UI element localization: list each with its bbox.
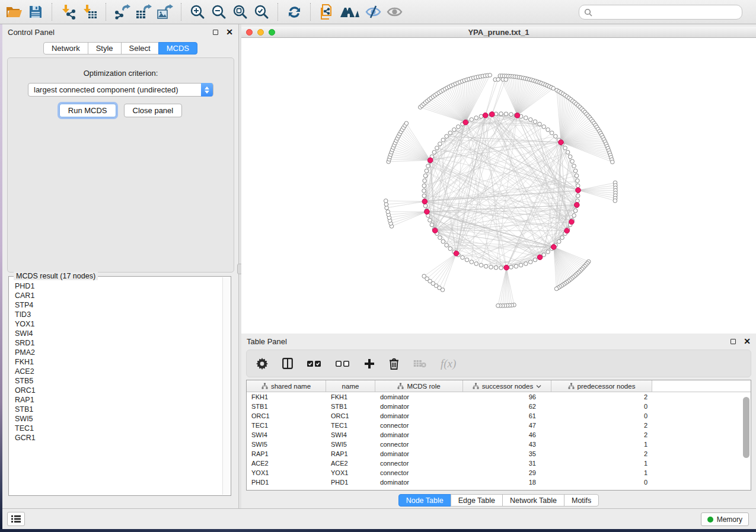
toolbar-separator [277, 3, 278, 21]
deselect-all-icon[interactable] [336, 360, 350, 367]
tab-select[interactable]: Select [121, 42, 159, 55]
mcds-result-item[interactable]: TID3 [10, 310, 222, 319]
column-label: successor nodes [482, 383, 533, 390]
export-image-icon[interactable] [155, 3, 175, 21]
import-network-icon[interactable] [58, 3, 78, 21]
float-table-panel-icon[interactable] [731, 339, 736, 344]
float-panel-icon[interactable] [213, 30, 218, 35]
zoom-out-icon[interactable] [209, 3, 229, 21]
export-table-icon[interactable] [133, 3, 154, 21]
mcds-result-title: MCDS result (17 nodes) [14, 272, 98, 280]
column-header-name[interactable]: name [326, 380, 375, 392]
tab-mcds[interactable]: MCDS [158, 42, 197, 55]
column-header-shared-name[interactable]: shared name [247, 380, 326, 392]
table-cell: FKH1 [326, 393, 375, 400]
refresh-icon[interactable] [284, 3, 304, 21]
tab-style[interactable]: Style [88, 42, 122, 55]
table-cell: dominator [375, 412, 463, 419]
mcds-result-item[interactable]: CAR1 [10, 291, 222, 300]
table-cell: FKH1 [247, 393, 326, 400]
table-cell: PHD1 [326, 479, 375, 486]
gear-icon[interactable] [256, 358, 268, 370]
table-row[interactable]: SWI5SWI5connector431 [247, 440, 751, 449]
table-cell: dominator [375, 450, 463, 457]
table-panel-title: Table Panel [247, 337, 287, 346]
mcds-result-item[interactable]: SRD1 [10, 338, 222, 348]
mcds-panel: Optimization criterion: largest connecte… [7, 57, 234, 273]
add-icon[interactable] [364, 358, 375, 369]
overview-icon[interactable] [338, 3, 362, 21]
search-field[interactable] [579, 5, 742, 20]
zoom-in-icon[interactable] [187, 3, 208, 21]
mcds-result-item[interactable]: SWI5 [10, 414, 222, 424]
table-scrollbar-thumb[interactable] [743, 397, 749, 458]
memory-button[interactable]: Memory [701, 512, 749, 526]
table-row[interactable]: YOX1YOX1connector291 [247, 468, 751, 477]
criterion-value: largest connected component (undirected) [34, 85, 178, 94]
table-cell: 2 [551, 393, 652, 400]
mcds-result-item[interactable]: GCR1 [10, 433, 222, 443]
table-cell: SWI5 [247, 441, 326, 448]
mcds-list-scrollbar[interactable] [222, 277, 230, 495]
show-panel-icon[interactable] [384, 3, 404, 21]
dropdown-stepper-icon [201, 83, 213, 97]
table-row[interactable]: FKH1FKH1dominator962 [247, 392, 751, 402]
mcds-result-item[interactable]: PMA2 [10, 348, 222, 357]
column-layout-icon[interactable] [282, 358, 293, 369]
function-icon: f(x) [441, 357, 456, 370]
table-row[interactable]: RAP1RAP1dominator352 [247, 449, 751, 459]
table-row[interactable]: STB1STB1dominator620 [247, 402, 751, 411]
mcds-result-item[interactable]: YOX1 [10, 319, 222, 329]
zoom-selected-icon[interactable] [251, 3, 272, 21]
table-row[interactable]: ORC1ORC1dominator610 [247, 411, 751, 421]
import-table-icon[interactable] [79, 3, 100, 21]
trash-icon[interactable] [389, 358, 399, 370]
criterion-dropdown[interactable]: largest connected component (undirected) [28, 83, 213, 97]
close-table-panel-icon[interactable]: ✕ [744, 338, 751, 344]
clone-network-icon[interactable] [317, 3, 337, 21]
tab-edge-table[interactable]: Edge Table [451, 494, 503, 507]
table-cell: 35 [463, 450, 551, 457]
export-network-icon[interactable] [112, 3, 132, 21]
table-cell: TEC1 [326, 422, 375, 429]
run-mcds-button[interactable]: Run MCDS [59, 104, 116, 117]
task-history-button[interactable] [7, 512, 25, 526]
table-cell: 18 [463, 479, 551, 486]
table-row[interactable]: PHD1PHD1dominator180 [247, 477, 751, 487]
mcds-result-item[interactable]: RAP1 [10, 395, 222, 405]
mcds-result-item[interactable]: STB1 [10, 405, 222, 414]
mcds-result-item[interactable]: FKH1 [10, 357, 222, 367]
mcds-result-item[interactable]: TEC1 [10, 424, 222, 433]
mcds-result-item[interactable]: STB5 [10, 376, 222, 386]
tab-node-table[interactable]: Node Table [398, 494, 451, 507]
network-canvas[interactable] [241, 38, 756, 333]
column-header-successor-nodes[interactable]: successor nodes [463, 380, 551, 392]
zoom-fit-icon[interactable] [230, 3, 250, 21]
control-panel-title: Control Panel [8, 28, 55, 37]
close-panel-icon[interactable]: ✕ [226, 29, 233, 35]
tab-motifs[interactable]: Motifs [564, 494, 599, 507]
table-row[interactable]: ACE2ACE2connector311 [247, 459, 751, 468]
save-icon[interactable] [25, 3, 46, 21]
tab-network[interactable]: Network [43, 42, 88, 55]
column-header-MCDS-role[interactable]: MCDS role [375, 380, 463, 392]
mcds-result-item[interactable]: PHD1 [10, 281, 222, 291]
column-header-predecessor-nodes[interactable]: predecessor nodes [551, 380, 652, 392]
close-panel-button[interactable]: Close panel [124, 104, 183, 117]
table-cell: SWI4 [247, 431, 326, 438]
mcds-result-item[interactable]: SWI4 [10, 329, 222, 338]
network-window: YPA_prune.txt_1 [241, 27, 756, 334]
memory-status-icon [707, 517, 713, 523]
mcds-result-item[interactable]: ACE2 [10, 367, 222, 376]
mcds-result-item[interactable]: ORC1 [10, 386, 222, 395]
search-input[interactable] [595, 8, 737, 17]
open-folder-icon[interactable] [4, 3, 24, 21]
table-cell: YOX1 [326, 469, 375, 476]
table-row[interactable]: TEC1TEC1connector472 [247, 421, 751, 430]
tab-network-table[interactable]: Network Table [502, 494, 564, 507]
select-all-icon[interactable] [307, 360, 321, 367]
mcds-result-item[interactable]: STP4 [10, 300, 222, 310]
table-scrollbar[interactable] [743, 395, 749, 483]
table-row[interactable]: SWI4SWI4dominator462 [247, 430, 751, 440]
hide-panel-icon[interactable] [363, 3, 383, 21]
